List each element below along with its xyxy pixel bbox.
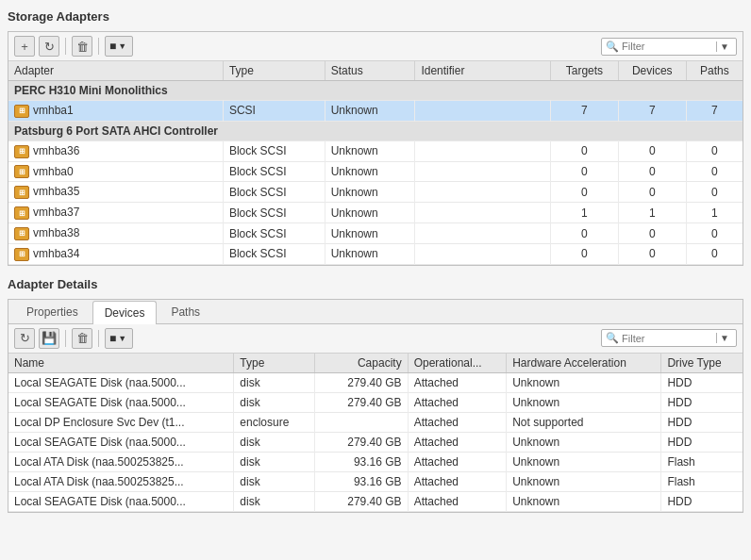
header-targets: Targets bbox=[551, 61, 619, 81]
device-cell: Attached bbox=[408, 412, 507, 432]
device-cell: Local ATA Disk (naa.500253825... bbox=[8, 471, 234, 491]
adapter-cell bbox=[415, 223, 551, 244]
header-operational: Operational... bbox=[408, 354, 507, 373]
devices-more-icon: ■ bbox=[109, 332, 116, 345]
device-cell: Flash bbox=[661, 452, 743, 471]
adapter-cell: ⊞vmhba38 bbox=[8, 223, 223, 244]
dropdown-chevron: ▼ bbox=[118, 41, 126, 51]
devices-filter-container: 🔍 ▼ bbox=[601, 329, 737, 347]
adapter-cell: Unknown bbox=[325, 243, 415, 264]
header-capacity: Capacity bbox=[315, 354, 408, 373]
filter-input-box[interactable]: 🔍 ▼ bbox=[601, 38, 737, 56]
tab-properties[interactable]: Properties bbox=[14, 300, 91, 323]
filter-input[interactable] bbox=[622, 41, 716, 52]
devices-toolbar: ↻ 💾 🗑 ■ ▼ 🔍 ▼ bbox=[8, 324, 743, 354]
device-cell: enclosure bbox=[234, 412, 315, 432]
adapter-group-header: Patsburg 6 Port SATA AHCI Controller bbox=[8, 121, 743, 140]
adapter-row[interactable]: ⊞vmhba0Block SCSIUnknown000 bbox=[8, 161, 743, 182]
device-cell: 93.16 GB bbox=[315, 471, 408, 491]
device-row[interactable]: Local DP Enclosure Svc Dev (t1...enclosu… bbox=[8, 412, 743, 432]
adapter-row[interactable]: ⊞vmhba38Block SCSIUnknown000 bbox=[8, 223, 743, 244]
adapter-cell: ⊞vmhba35 bbox=[8, 182, 223, 203]
adapter-cell: 7 bbox=[618, 101, 686, 122]
device-cell: Local SEAGATE Disk (naa.5000... bbox=[8, 372, 234, 392]
adapter-icon: ⊞ bbox=[14, 165, 29, 178]
adapter-cell: Block SCSI bbox=[223, 243, 325, 264]
tabs-bar: Properties Devices Paths bbox=[8, 300, 743, 324]
device-cell: Unknown bbox=[507, 372, 661, 392]
device-cell: disk bbox=[234, 432, 315, 452]
header-status: Status bbox=[325, 61, 415, 81]
refresh-button[interactable]: ↻ bbox=[39, 36, 59, 57]
device-cell: Attached bbox=[408, 392, 507, 412]
adapter-cell: Unknown bbox=[325, 161, 415, 182]
device-cell: 279.40 GB bbox=[315, 491, 408, 511]
device-row[interactable]: Local SEAGATE Disk (naa.5000...disk279.4… bbox=[8, 491, 743, 511]
device-cell: disk bbox=[234, 471, 315, 491]
devices-tbody: Local SEAGATE Disk (naa.5000...disk279.4… bbox=[8, 372, 743, 511]
devices-remove-button[interactable]: 🗑 bbox=[72, 328, 92, 349]
remove-button[interactable]: 🗑 bbox=[72, 36, 92, 57]
adapter-cell: ⊞vmhba36 bbox=[8, 140, 223, 161]
filter-container: 🔍 ▼ bbox=[601, 38, 737, 56]
header-name: Name bbox=[8, 354, 234, 373]
device-row[interactable]: Local SEAGATE Disk (naa.5000...disk279.4… bbox=[8, 372, 743, 392]
device-cell bbox=[315, 412, 408, 432]
adapter-cell: Unknown bbox=[325, 223, 415, 244]
device-cell: Attached bbox=[408, 432, 507, 452]
devices-refresh-button[interactable]: ↻ bbox=[14, 328, 35, 349]
adapter-cell: ⊞vmhba37 bbox=[8, 203, 223, 223]
adapter-cell: Unknown bbox=[325, 101, 415, 122]
header-hwaccel: Hardware Acceleration bbox=[507, 354, 661, 373]
adapter-cell: 0 bbox=[618, 243, 686, 264]
device-cell: HDD bbox=[661, 372, 743, 392]
devices-filter-input[interactable] bbox=[622, 333, 716, 344]
header-paths: Paths bbox=[686, 61, 743, 81]
adapter-cell: 0 bbox=[551, 223, 619, 244]
separator1 bbox=[65, 38, 66, 55]
tab-paths[interactable]: Paths bbox=[159, 300, 212, 323]
adapter-row[interactable]: ⊞vmhba34Block SCSIUnknown000 bbox=[8, 243, 743, 264]
adapter-cell: 0 bbox=[618, 223, 686, 244]
adapter-cell: 0 bbox=[551, 182, 619, 203]
device-cell: Attached bbox=[408, 471, 507, 491]
devices-save-button[interactable]: 💾 bbox=[39, 328, 59, 349]
header-type: Type bbox=[223, 61, 325, 81]
adapter-cell: 0 bbox=[686, 243, 743, 264]
adapters-table-header-row: Adapter Type Status Identifier Targets D… bbox=[8, 61, 743, 81]
separator2 bbox=[98, 38, 99, 55]
device-cell: Unknown bbox=[507, 452, 661, 471]
device-cell: 279.40 GB bbox=[315, 372, 408, 392]
device-row[interactable]: Local SEAGATE Disk (naa.5000...disk279.4… bbox=[8, 432, 743, 452]
adapter-cell: Block SCSI bbox=[223, 140, 325, 161]
device-cell: disk bbox=[234, 392, 315, 412]
devices-more-dropdown[interactable]: ■ ▼ bbox=[105, 328, 133, 349]
adapter-icon: ⊞ bbox=[14, 186, 29, 199]
device-cell: HDD bbox=[661, 432, 743, 452]
adapter-cell: Block SCSI bbox=[223, 203, 325, 223]
filter-dropdown-arrow[interactable]: ▼ bbox=[716, 41, 732, 52]
devices-filter-input-box[interactable]: 🔍 ▼ bbox=[601, 329, 737, 347]
more-dropdown-button[interactable]: ■ ▼ bbox=[105, 36, 133, 57]
adapter-row[interactable]: ⊞vmhba1SCSIUnknown777 bbox=[8, 101, 743, 122]
adapter-row[interactable]: ⊞vmhba37Block SCSIUnknown111 bbox=[8, 203, 743, 223]
adapter-group-header: PERC H310 Mini Monolithics bbox=[8, 81, 743, 101]
adapter-cell: Block SCSI bbox=[223, 161, 325, 182]
device-cell: disk bbox=[234, 452, 315, 471]
device-cell: disk bbox=[234, 372, 315, 392]
adapter-icon: ⊞ bbox=[14, 105, 29, 118]
storage-adapters-title: Storage Adapters bbox=[8, 8, 743, 25]
adapter-cell: Block SCSI bbox=[223, 223, 325, 244]
adapter-cell: Unknown bbox=[325, 140, 415, 161]
device-row[interactable]: Local ATA Disk (naa.500253825...disk93.1… bbox=[8, 471, 743, 491]
tab-devices[interactable]: Devices bbox=[92, 301, 158, 324]
device-row[interactable]: Local ATA Disk (naa.500253825...disk93.1… bbox=[8, 452, 743, 471]
adapter-cell: 0 bbox=[686, 161, 743, 182]
adapter-row[interactable]: ⊞vmhba36Block SCSIUnknown000 bbox=[8, 140, 743, 161]
add-button[interactable]: + bbox=[14, 36, 35, 57]
device-row[interactable]: Local SEAGATE Disk (naa.5000...disk279.4… bbox=[8, 392, 743, 412]
devices-filter-dropdown-arrow[interactable]: ▼ bbox=[716, 333, 732, 343]
adapter-row[interactable]: ⊞vmhba35Block SCSIUnknown000 bbox=[8, 182, 743, 203]
device-cell: 93.16 GB bbox=[315, 452, 408, 471]
adapter-icon: ⊞ bbox=[14, 227, 29, 240]
